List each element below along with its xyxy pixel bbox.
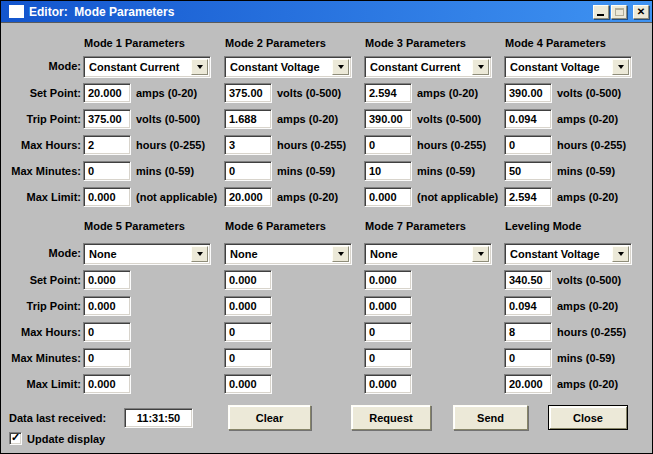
unit-label: amps (0-20) — [557, 191, 618, 204]
mode-select[interactable]: Constant Current — [83, 56, 211, 78]
unit-label: hours (0-255) — [277, 139, 346, 152]
unit-label: amps (0-20) — [417, 87, 478, 100]
set-point-field[interactable]: 390.00 — [504, 83, 552, 103]
max-hours-field[interactable]: 0 — [364, 135, 412, 155]
max-hours-field[interactable]: 2 — [83, 135, 131, 155]
max-minutes-field[interactable]: 50 — [504, 161, 552, 181]
max-hours-field[interactable]: 0 — [364, 322, 412, 342]
trip-point-field[interactable]: 1.688 — [224, 109, 272, 129]
row-label: Trip Point: — [3, 113, 81, 126]
dropdown-arrow-icon — [197, 65, 203, 69]
dropdown-arrow-icon — [338, 252, 344, 256]
max-limit-field[interactable]: 20.000 — [224, 187, 272, 207]
unit-label: amps (0-20) — [277, 113, 338, 126]
trip-point-field[interactable]: 0.000 — [364, 296, 412, 316]
trip-point-field[interactable]: 0.094 — [504, 296, 552, 316]
set-point-field[interactable]: 0.000 — [83, 270, 131, 290]
dialog-content: Data last received: 11:31:50 Clear Reque… — [1, 1, 652, 453]
max-minutes-field[interactable]: 0 — [224, 161, 272, 181]
column-header: Leveling Mode — [505, 220, 645, 233]
max-hours-field[interactable]: 0 — [224, 322, 272, 342]
max-hours-field[interactable]: 0 — [504, 135, 552, 155]
trip-point-field[interactable]: 0.000 — [83, 296, 131, 316]
mode-select-value: None — [89, 249, 117, 260]
set-point-field[interactable]: 375.00 — [224, 83, 272, 103]
max-limit-field[interactable]: 0.000 — [224, 374, 272, 394]
unit-label: volts (0-500) — [417, 113, 481, 126]
max-limit-field[interactable]: 0.000 — [364, 374, 412, 394]
unit-label: mins (0-59) — [557, 352, 615, 365]
set-point-field[interactable]: 340.50 — [504, 270, 552, 290]
max-minutes-field[interactable]: 0 — [224, 348, 272, 368]
row-label: Max Minutes: — [3, 352, 81, 365]
mode-select[interactable]: None — [364, 243, 492, 265]
send-button[interactable]: Send — [453, 405, 528, 430]
max-minutes-field[interactable]: 0 — [83, 161, 131, 181]
set-point-field[interactable]: 0.000 — [364, 270, 412, 290]
unit-label: (not applicable) — [417, 191, 498, 204]
max-minutes-field[interactable]: 0 — [83, 348, 131, 368]
trip-point-field[interactable]: 375.00 — [83, 109, 131, 129]
mode-select-value: None — [230, 249, 258, 260]
dropdown-button[interactable] — [612, 246, 629, 262]
unit-label: amps (0-20) — [557, 300, 618, 313]
row-label: Set Point: — [3, 87, 81, 100]
time-field[interactable]: 11:31:50 — [124, 408, 193, 428]
max-limit-field[interactable]: 20.000 — [504, 374, 552, 394]
trip-point-field[interactable]: 0.000 — [224, 296, 272, 316]
max-limit-field[interactable]: 0.000 — [364, 187, 412, 207]
mode-select[interactable]: None — [83, 243, 211, 265]
dropdown-button[interactable] — [191, 59, 208, 75]
mode-select-value: Constant Voltage — [230, 62, 320, 73]
max-limit-field[interactable]: 0.000 — [83, 374, 131, 394]
row-label: Mode: — [3, 247, 81, 260]
mode-select[interactable]: Constant Current — [364, 56, 492, 78]
trip-point-field[interactable]: 0.094 — [504, 109, 552, 129]
unit-label: mins (0-59) — [557, 165, 615, 178]
update-display-label: Update display — [27, 433, 105, 445]
column-header: Mode 7 Parameters — [365, 220, 505, 233]
update-display-checkbox[interactable]: ✓ — [9, 432, 22, 445]
row-label: Set Point: — [3, 274, 81, 287]
close-button[interactable]: Close — [548, 405, 628, 430]
dropdown-button[interactable] — [332, 246, 349, 262]
column-header: Mode 1 Parameters — [84, 37, 224, 50]
max-hours-field[interactable]: 0 — [83, 322, 131, 342]
unit-label: amps (0-20) — [557, 378, 618, 391]
checkmark-icon: ✓ — [11, 431, 20, 444]
mode-select[interactable]: None — [224, 243, 352, 265]
set-point-field[interactable]: 2.594 — [364, 83, 412, 103]
unit-label: mins (0-59) — [417, 165, 475, 178]
dropdown-button[interactable] — [332, 59, 349, 75]
max-hours-field[interactable]: 8 — [504, 322, 552, 342]
dropdown-button[interactable] — [191, 246, 208, 262]
max-limit-field[interactable]: 0.000 — [83, 187, 131, 207]
set-point-field[interactable]: 20.000 — [83, 83, 131, 103]
row-label: Max Hours: — [3, 326, 81, 339]
unit-label: (not applicable) — [136, 191, 217, 204]
max-minutes-field[interactable]: 0 — [504, 348, 552, 368]
unit-label: mins (0-59) — [136, 165, 194, 178]
row-label: Trip Point: — [3, 300, 81, 313]
set-point-field[interactable]: 0.000 — [224, 270, 272, 290]
mode-select[interactable]: Constant Voltage — [504, 243, 632, 265]
max-limit-field[interactable]: 2.594 — [504, 187, 552, 207]
max-minutes-field[interactable]: 0 — [364, 348, 412, 368]
request-button[interactable]: Request — [351, 405, 431, 430]
max-minutes-field[interactable]: 10 — [364, 161, 412, 181]
dropdown-arrow-icon — [338, 65, 344, 69]
trip-point-field[interactable]: 390.00 — [364, 109, 412, 129]
max-hours-field[interactable]: 3 — [224, 135, 272, 155]
unit-label: amps (0-20) — [277, 191, 338, 204]
clear-button[interactable]: Clear — [228, 405, 311, 430]
mode-select[interactable]: Constant Voltage — [224, 56, 352, 78]
data-last-received-label: Data last received: — [9, 412, 106, 425]
dropdown-button[interactable] — [612, 59, 629, 75]
mode-select[interactable]: Constant Voltage — [504, 56, 632, 78]
column-header: Mode 5 Parameters — [84, 220, 224, 233]
row-label: Max Minutes: — [3, 165, 81, 178]
unit-label: volts (0-500) — [136, 113, 200, 126]
dropdown-button[interactable] — [472, 246, 489, 262]
dropdown-button[interactable] — [472, 59, 489, 75]
unit-label: hours (0-255) — [417, 139, 486, 152]
